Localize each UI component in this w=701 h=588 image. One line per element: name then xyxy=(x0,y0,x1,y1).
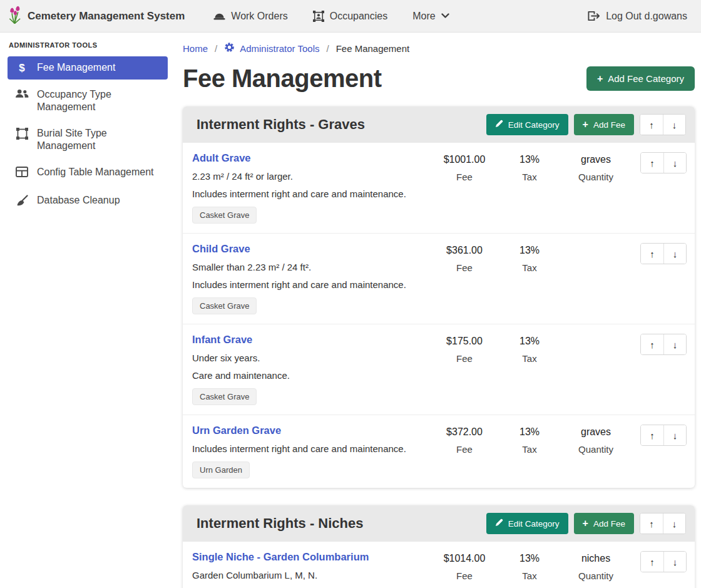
move-category-down-button[interactable]: ↓ xyxy=(663,115,685,135)
quantity-column: graves Quantity xyxy=(558,425,634,455)
move-fee-down-button[interactable]: ↓ xyxy=(663,425,686,445)
add-fee-category-button[interactable]: + Add Fee Category xyxy=(586,66,695,91)
top-navbar: Cemetery Management System Work Orders xyxy=(0,0,701,33)
fee-amount: $1014.00 xyxy=(427,553,501,564)
breadcrumb-admin-tools-link[interactable]: Administrator Tools xyxy=(224,42,319,54)
fee-label: Fee xyxy=(427,262,501,273)
fee-amount: $1001.00 xyxy=(427,154,501,165)
fee-description: Care and maintenance. xyxy=(192,370,422,381)
sign-out-icon xyxy=(588,11,600,21)
fee-category-card-graves: Interment Rights - Graves Edit Category … xyxy=(183,106,695,488)
fee-description: Includes interment right and care and ma… xyxy=(192,279,422,290)
broom-icon xyxy=(15,194,29,210)
fee-amount: $175.00 xyxy=(427,336,501,347)
chevron-down-icon xyxy=(441,13,449,19)
tax-column: 13% Tax xyxy=(501,152,558,182)
sidebar-item-fee-management[interactable]: $ Fee Management xyxy=(8,56,168,80)
sidebar-item-config-table[interactable]: Config Table Management xyxy=(8,161,168,185)
sidebar-item-label: Occupancy Type Management xyxy=(37,88,160,113)
fee-amount-column: $1001.00 Fee xyxy=(427,152,501,182)
fee-amount-column: $372.00 Fee xyxy=(427,425,501,455)
tulip-logo-icon xyxy=(8,6,22,27)
tax-value: 13% xyxy=(501,336,558,347)
fee-name-link[interactable]: Adult Grave xyxy=(192,152,251,164)
quantity-column: graves Quantity xyxy=(558,152,634,182)
add-fee-button[interactable]: + Add Fee xyxy=(574,513,634,534)
app-brand[interactable]: Cemetery Management System xyxy=(8,6,185,27)
navbar-links: Work Orders Occupancies More xyxy=(213,11,449,22)
nav-work-orders[interactable]: Work Orders xyxy=(213,11,287,22)
tax-label: Tax xyxy=(501,172,558,182)
tax-label: Tax xyxy=(501,262,558,273)
fee-name-link[interactable]: Urn Garden Grave xyxy=(192,425,281,436)
nav-occupancies-label: Occupancies xyxy=(330,11,388,22)
edit-category-label: Edit Category xyxy=(508,519,560,529)
hard-hat-icon xyxy=(213,11,225,21)
plus-icon: + xyxy=(597,74,603,84)
nav-more[interactable]: More xyxy=(412,11,449,22)
sidebar-item-label: Fee Management xyxy=(37,61,115,74)
move-fee-up-button[interactable]: ↑ xyxy=(641,552,663,572)
fee-type-badge: Casket Grave xyxy=(192,297,257,314)
quantity-value: graves xyxy=(558,426,634,438)
add-fee-label: Add Fee xyxy=(593,120,625,130)
move-category-down-button[interactable]: ↓ xyxy=(663,513,685,534)
sidebar-item-label: Config Table Management xyxy=(37,166,154,178)
tax-column: 13% Tax xyxy=(501,425,558,455)
sidebar-item-occupancy-type[interactable]: Occupancy Type Management xyxy=(8,83,168,118)
breadcrumb-separator: / xyxy=(326,43,329,54)
fee-label: Fee xyxy=(427,172,501,182)
fee-label: Fee xyxy=(427,353,501,364)
category-header: Interment Rights - Niches Edit Category … xyxy=(183,505,695,542)
fee-description: Under six years. xyxy=(192,353,422,363)
category-reorder-group: ↑ ↓ xyxy=(640,114,686,135)
edit-category-label: Edit Category xyxy=(508,120,560,130)
sidebar-item-database-cleanup[interactable]: Database Cleanup xyxy=(8,189,168,215)
fee-type-badge: Casket Grave xyxy=(192,207,257,224)
tax-label: Tax xyxy=(501,570,558,581)
fee-description: Includes interment right and care and ma… xyxy=(192,443,422,454)
quantity-label: Quantity xyxy=(558,172,634,182)
pencil-icon xyxy=(495,120,503,130)
breadcrumb-current: Fee Management xyxy=(336,43,410,54)
move-fee-down-button[interactable]: ↓ xyxy=(663,334,686,354)
quantity-column xyxy=(558,334,634,336)
move-category-up-button[interactable]: ↑ xyxy=(640,513,663,534)
move-fee-up-button[interactable]: ↑ xyxy=(641,244,663,264)
fee-name-link[interactable]: Child Grave xyxy=(192,243,250,255)
nav-occupancies[interactable]: Occupancies xyxy=(313,11,388,22)
move-fee-down-button[interactable]: ↓ xyxy=(663,244,686,264)
fee-reorder-group: ↑ ↓ xyxy=(640,334,687,355)
fee-amount: $372.00 xyxy=(427,426,501,438)
move-fee-down-button[interactable]: ↓ xyxy=(663,552,686,572)
logout-link[interactable]: Log Out d.gowans xyxy=(588,11,687,22)
move-fee-down-button[interactable]: ↓ xyxy=(663,153,686,173)
tax-value: 13% xyxy=(501,245,558,256)
tax-column: 13% Tax xyxy=(501,551,558,581)
sidebar-item-burial-site-type[interactable]: Burial Site Type Management xyxy=(8,122,168,157)
move-fee-up-button[interactable]: ↑ xyxy=(641,153,663,173)
fee-name-link[interactable]: Single Niche - Garden Columbarium xyxy=(192,551,369,563)
breadcrumb-home-link[interactable]: Home xyxy=(183,43,208,54)
edit-category-button[interactable]: Edit Category xyxy=(486,513,568,534)
fee-name-link[interactable]: Infant Grave xyxy=(192,334,252,346)
pencil-icon xyxy=(495,518,503,529)
edit-category-button[interactable]: Edit Category xyxy=(486,114,568,135)
category-title: Interment Rights - Graves xyxy=(197,116,481,133)
category-reorder-group: ↑ ↓ xyxy=(640,513,686,534)
plus-icon: + xyxy=(583,120,588,130)
quantity-label: Quantity xyxy=(558,570,634,581)
tax-value: 13% xyxy=(501,553,558,564)
category-title: Interment Rights - Niches xyxy=(197,515,481,532)
breadcrumb: Home / Administrator Tools / Fee Managem… xyxy=(183,41,695,54)
main-content: Home / Administrator Tools / Fee Managem… xyxy=(175,33,701,588)
table-icon xyxy=(15,166,29,180)
logout-label: Log Out d.gowans xyxy=(606,11,687,22)
add-fee-button[interactable]: + Add Fee xyxy=(574,114,634,135)
move-fee-up-button[interactable]: ↑ xyxy=(641,425,663,445)
fee-reorder-group: ↑ ↓ xyxy=(640,152,687,173)
move-fee-up-button[interactable]: ↑ xyxy=(641,334,663,354)
sidebar-item-label: Database Cleanup xyxy=(37,194,120,207)
move-category-up-button[interactable]: ↑ xyxy=(640,115,663,135)
add-fee-category-label: Add Fee Category xyxy=(608,73,684,84)
